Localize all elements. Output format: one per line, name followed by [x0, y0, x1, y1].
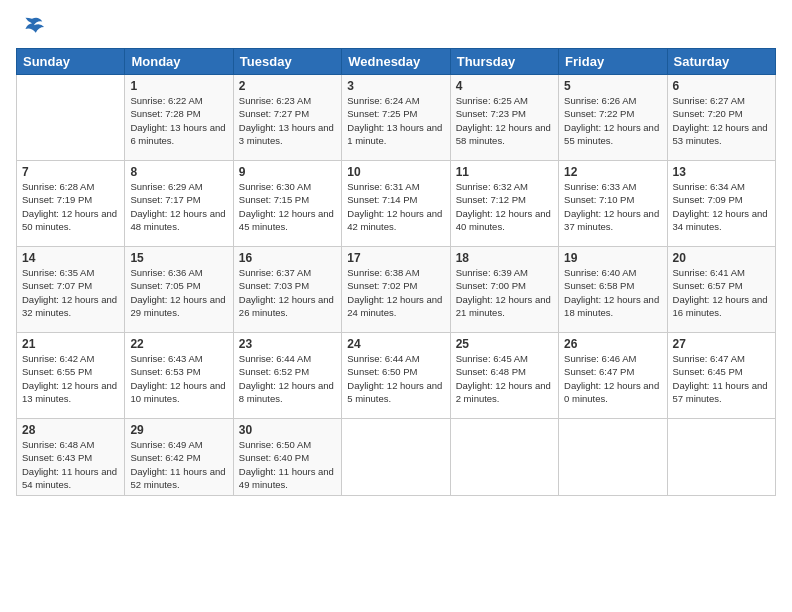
day-number: 19 — [564, 251, 661, 265]
day-info: Sunrise: 6:48 AMSunset: 6:43 PMDaylight:… — [22, 438, 119, 491]
day-info: Sunrise: 6:36 AMSunset: 7:05 PMDaylight:… — [130, 266, 227, 319]
day-cell: 9Sunrise: 6:30 AMSunset: 7:15 PMDaylight… — [233, 161, 341, 247]
day-cell — [450, 419, 558, 496]
day-cell: 28Sunrise: 6:48 AMSunset: 6:43 PMDayligh… — [17, 419, 125, 496]
day-cell: 29Sunrise: 6:49 AMSunset: 6:42 PMDayligh… — [125, 419, 233, 496]
day-number: 11 — [456, 165, 553, 179]
day-info: Sunrise: 6:23 AMSunset: 7:27 PMDaylight:… — [239, 94, 336, 147]
day-info: Sunrise: 6:44 AMSunset: 6:50 PMDaylight:… — [347, 352, 444, 405]
calendar: SundayMondayTuesdayWednesdayThursdayFrid… — [16, 48, 776, 496]
day-cell: 8Sunrise: 6:29 AMSunset: 7:17 PMDaylight… — [125, 161, 233, 247]
day-cell: 6Sunrise: 6:27 AMSunset: 7:20 PMDaylight… — [667, 75, 775, 161]
day-cell: 2Sunrise: 6:23 AMSunset: 7:27 PMDaylight… — [233, 75, 341, 161]
day-number: 4 — [456, 79, 553, 93]
day-info: Sunrise: 6:45 AMSunset: 6:48 PMDaylight:… — [456, 352, 553, 405]
day-cell: 5Sunrise: 6:26 AMSunset: 7:22 PMDaylight… — [559, 75, 667, 161]
day-info: Sunrise: 6:41 AMSunset: 6:57 PMDaylight:… — [673, 266, 770, 319]
week-row-5: 28Sunrise: 6:48 AMSunset: 6:43 PMDayligh… — [17, 419, 776, 496]
day-number: 26 — [564, 337, 661, 351]
day-cell — [559, 419, 667, 496]
day-number: 12 — [564, 165, 661, 179]
day-info: Sunrise: 6:35 AMSunset: 7:07 PMDaylight:… — [22, 266, 119, 319]
day-info: Sunrise: 6:38 AMSunset: 7:02 PMDaylight:… — [347, 266, 444, 319]
day-info: Sunrise: 6:50 AMSunset: 6:40 PMDaylight:… — [239, 438, 336, 491]
day-number: 28 — [22, 423, 119, 437]
day-cell: 17Sunrise: 6:38 AMSunset: 7:02 PMDayligh… — [342, 247, 450, 333]
day-number: 6 — [673, 79, 770, 93]
weekday-header-sunday: Sunday — [17, 49, 125, 75]
weekday-header-tuesday: Tuesday — [233, 49, 341, 75]
day-number: 16 — [239, 251, 336, 265]
day-number: 22 — [130, 337, 227, 351]
day-info: Sunrise: 6:44 AMSunset: 6:52 PMDaylight:… — [239, 352, 336, 405]
day-cell: 30Sunrise: 6:50 AMSunset: 6:40 PMDayligh… — [233, 419, 341, 496]
day-cell: 27Sunrise: 6:47 AMSunset: 6:45 PMDayligh… — [667, 333, 775, 419]
day-number: 5 — [564, 79, 661, 93]
logo-bird-icon — [18, 14, 46, 42]
day-cell: 19Sunrise: 6:40 AMSunset: 6:58 PMDayligh… — [559, 247, 667, 333]
day-info: Sunrise: 6:37 AMSunset: 7:03 PMDaylight:… — [239, 266, 336, 319]
day-info: Sunrise: 6:31 AMSunset: 7:14 PMDaylight:… — [347, 180, 444, 233]
weekday-header-row: SundayMondayTuesdayWednesdayThursdayFrid… — [17, 49, 776, 75]
day-cell: 20Sunrise: 6:41 AMSunset: 6:57 PMDayligh… — [667, 247, 775, 333]
day-number: 21 — [22, 337, 119, 351]
weekday-header-friday: Friday — [559, 49, 667, 75]
weekday-header-monday: Monday — [125, 49, 233, 75]
day-number: 18 — [456, 251, 553, 265]
weekday-header-saturday: Saturday — [667, 49, 775, 75]
day-cell — [17, 75, 125, 161]
day-cell: 11Sunrise: 6:32 AMSunset: 7:12 PMDayligh… — [450, 161, 558, 247]
day-info: Sunrise: 6:33 AMSunset: 7:10 PMDaylight:… — [564, 180, 661, 233]
day-cell: 21Sunrise: 6:42 AMSunset: 6:55 PMDayligh… — [17, 333, 125, 419]
day-cell — [342, 419, 450, 496]
day-info: Sunrise: 6:39 AMSunset: 7:00 PMDaylight:… — [456, 266, 553, 319]
day-number: 13 — [673, 165, 770, 179]
day-info: Sunrise: 6:22 AMSunset: 7:28 PMDaylight:… — [130, 94, 227, 147]
day-number: 10 — [347, 165, 444, 179]
day-info: Sunrise: 6:42 AMSunset: 6:55 PMDaylight:… — [22, 352, 119, 405]
day-info: Sunrise: 6:40 AMSunset: 6:58 PMDaylight:… — [564, 266, 661, 319]
day-cell: 18Sunrise: 6:39 AMSunset: 7:00 PMDayligh… — [450, 247, 558, 333]
day-info: Sunrise: 6:26 AMSunset: 7:22 PMDaylight:… — [564, 94, 661, 147]
header — [16, 10, 776, 42]
day-number: 27 — [673, 337, 770, 351]
day-number: 30 — [239, 423, 336, 437]
day-number: 29 — [130, 423, 227, 437]
day-cell: 26Sunrise: 6:46 AMSunset: 6:47 PMDayligh… — [559, 333, 667, 419]
day-info: Sunrise: 6:47 AMSunset: 6:45 PMDaylight:… — [673, 352, 770, 405]
day-cell: 1Sunrise: 6:22 AMSunset: 7:28 PMDaylight… — [125, 75, 233, 161]
day-number: 20 — [673, 251, 770, 265]
day-cell: 4Sunrise: 6:25 AMSunset: 7:23 PMDaylight… — [450, 75, 558, 161]
day-number: 14 — [22, 251, 119, 265]
day-cell: 25Sunrise: 6:45 AMSunset: 6:48 PMDayligh… — [450, 333, 558, 419]
day-cell: 3Sunrise: 6:24 AMSunset: 7:25 PMDaylight… — [342, 75, 450, 161]
day-number: 17 — [347, 251, 444, 265]
day-info: Sunrise: 6:25 AMSunset: 7:23 PMDaylight:… — [456, 94, 553, 147]
day-info: Sunrise: 6:46 AMSunset: 6:47 PMDaylight:… — [564, 352, 661, 405]
day-cell: 12Sunrise: 6:33 AMSunset: 7:10 PMDayligh… — [559, 161, 667, 247]
day-cell: 7Sunrise: 6:28 AMSunset: 7:19 PMDaylight… — [17, 161, 125, 247]
week-row-2: 7Sunrise: 6:28 AMSunset: 7:19 PMDaylight… — [17, 161, 776, 247]
day-number: 2 — [239, 79, 336, 93]
day-cell: 15Sunrise: 6:36 AMSunset: 7:05 PMDayligh… — [125, 247, 233, 333]
day-number: 15 — [130, 251, 227, 265]
day-cell: 23Sunrise: 6:44 AMSunset: 6:52 PMDayligh… — [233, 333, 341, 419]
day-cell: 14Sunrise: 6:35 AMSunset: 7:07 PMDayligh… — [17, 247, 125, 333]
day-cell: 13Sunrise: 6:34 AMSunset: 7:09 PMDayligh… — [667, 161, 775, 247]
day-info: Sunrise: 6:49 AMSunset: 6:42 PMDaylight:… — [130, 438, 227, 491]
day-number: 23 — [239, 337, 336, 351]
day-info: Sunrise: 6:29 AMSunset: 7:17 PMDaylight:… — [130, 180, 227, 233]
day-number: 1 — [130, 79, 227, 93]
day-info: Sunrise: 6:28 AMSunset: 7:19 PMDaylight:… — [22, 180, 119, 233]
week-row-1: 1Sunrise: 6:22 AMSunset: 7:28 PMDaylight… — [17, 75, 776, 161]
weekday-header-thursday: Thursday — [450, 49, 558, 75]
day-number: 7 — [22, 165, 119, 179]
logo — [16, 14, 46, 42]
day-cell: 16Sunrise: 6:37 AMSunset: 7:03 PMDayligh… — [233, 247, 341, 333]
day-cell — [667, 419, 775, 496]
page: SundayMondayTuesdayWednesdayThursdayFrid… — [0, 0, 792, 612]
day-number: 25 — [456, 337, 553, 351]
day-number: 8 — [130, 165, 227, 179]
day-info: Sunrise: 6:27 AMSunset: 7:20 PMDaylight:… — [673, 94, 770, 147]
day-number: 3 — [347, 79, 444, 93]
